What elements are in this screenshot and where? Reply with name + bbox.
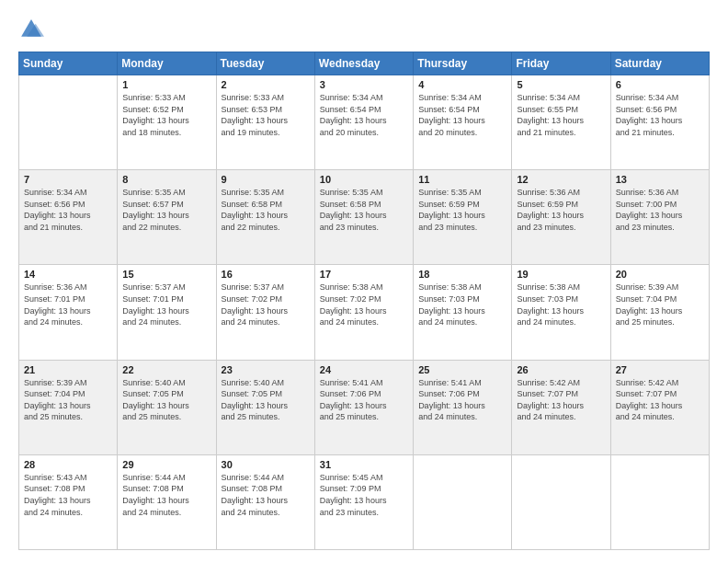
- day-info: Sunrise: 5:33 AM Sunset: 6:52 PM Dayligh…: [122, 92, 210, 138]
- col-header-thursday: Thursday: [414, 52, 512, 75]
- day-number: 1: [122, 79, 210, 90]
- calendar-cell: 16Sunrise: 5:37 AM Sunset: 7:02 PM Dayli…: [216, 265, 314, 360]
- calendar-cell: 6Sunrise: 5:34 AM Sunset: 6:56 PM Daylig…: [610, 75, 709, 170]
- calendar-cell: 24Sunrise: 5:41 AM Sunset: 7:06 PM Dayli…: [314, 360, 413, 454]
- day-info: Sunrise: 5:38 AM Sunset: 7:03 PM Dayligh…: [418, 282, 506, 327]
- day-info: Sunrise: 5:45 AM Sunset: 7:09 PM Dayligh…: [320, 472, 408, 518]
- day-info: Sunrise: 5:34 AM Sunset: 6:54 PM Dayligh…: [320, 92, 408, 138]
- day-number: 28: [24, 459, 112, 470]
- day-info: Sunrise: 5:36 AM Sunset: 6:59 PM Dayligh…: [517, 187, 605, 233]
- calendar-cell: 13Sunrise: 5:36 AM Sunset: 7:00 PM Dayli…: [610, 170, 709, 265]
- day-number: 20: [616, 269, 704, 280]
- calendar-cell: [512, 454, 610, 549]
- day-number: 3: [320, 79, 408, 90]
- day-number: 26: [517, 364, 605, 375]
- day-number: 8: [122, 174, 210, 185]
- col-header-saturday: Saturday: [610, 52, 709, 75]
- col-header-monday: Monday: [118, 52, 216, 75]
- logo: [18, 17, 48, 42]
- calendar-week-row: 14Sunrise: 5:36 AM Sunset: 7:01 PM Dayli…: [19, 265, 710, 360]
- day-info: Sunrise: 5:39 AM Sunset: 7:04 PM Dayligh…: [616, 282, 704, 327]
- calendar-cell: [610, 454, 709, 549]
- day-info: Sunrise: 5:44 AM Sunset: 7:08 PM Dayligh…: [122, 472, 210, 518]
- day-info: Sunrise: 5:34 AM Sunset: 6:56 PM Dayligh…: [24, 187, 112, 233]
- day-number: 24: [320, 364, 408, 375]
- day-number: 6: [616, 79, 704, 90]
- day-number: 13: [616, 174, 704, 185]
- header: [18, 17, 710, 42]
- calendar-cell: 12Sunrise: 5:36 AM Sunset: 6:59 PM Dayli…: [512, 170, 610, 265]
- day-info: Sunrise: 5:34 AM Sunset: 6:55 PM Dayligh…: [517, 92, 605, 138]
- day-info: Sunrise: 5:43 AM Sunset: 7:08 PM Dayligh…: [24, 472, 112, 518]
- calendar-cell: 26Sunrise: 5:42 AM Sunset: 7:07 PM Dayli…: [512, 360, 610, 454]
- day-info: Sunrise: 5:40 AM Sunset: 7:05 PM Dayligh…: [122, 377, 210, 423]
- calendar-week-row: 1Sunrise: 5:33 AM Sunset: 6:52 PM Daylig…: [19, 75, 710, 170]
- day-number: 10: [320, 174, 408, 185]
- day-number: 25: [418, 364, 506, 375]
- col-header-friday: Friday: [512, 52, 610, 75]
- day-info: Sunrise: 5:41 AM Sunset: 7:06 PM Dayligh…: [418, 377, 506, 423]
- day-info: Sunrise: 5:38 AM Sunset: 7:03 PM Dayligh…: [517, 282, 605, 327]
- day-info: Sunrise: 5:35 AM Sunset: 6:58 PM Dayligh…: [320, 187, 408, 233]
- day-number: 19: [517, 269, 605, 280]
- calendar-cell: 4Sunrise: 5:34 AM Sunset: 6:54 PM Daylig…: [414, 75, 512, 170]
- day-info: Sunrise: 5:36 AM Sunset: 7:00 PM Dayligh…: [616, 187, 704, 233]
- day-number: 4: [418, 79, 506, 90]
- day-info: Sunrise: 5:42 AM Sunset: 7:07 PM Dayligh…: [616, 377, 704, 423]
- calendar-cell: 1Sunrise: 5:33 AM Sunset: 6:52 PM Daylig…: [118, 75, 216, 170]
- calendar-cell: 5Sunrise: 5:34 AM Sunset: 6:55 PM Daylig…: [512, 75, 610, 170]
- day-number: 7: [24, 174, 112, 185]
- day-info: Sunrise: 5:42 AM Sunset: 7:07 PM Dayligh…: [517, 377, 605, 423]
- day-info: Sunrise: 5:44 AM Sunset: 7:08 PM Dayligh…: [222, 472, 310, 518]
- day-number: 29: [122, 459, 210, 470]
- calendar-cell: 20Sunrise: 5:39 AM Sunset: 7:04 PM Dayli…: [610, 265, 709, 360]
- calendar-cell: 17Sunrise: 5:38 AM Sunset: 7:02 PM Dayli…: [314, 265, 413, 360]
- day-number: 12: [517, 174, 605, 185]
- calendar-cell: 2Sunrise: 5:33 AM Sunset: 6:53 PM Daylig…: [216, 75, 314, 170]
- calendar-table: SundayMondayTuesdayWednesdayThursdayFrid…: [18, 52, 710, 550]
- calendar-cell: 11Sunrise: 5:35 AM Sunset: 6:59 PM Dayli…: [414, 170, 512, 265]
- day-number: 30: [222, 459, 310, 470]
- day-info: Sunrise: 5:37 AM Sunset: 7:01 PM Dayligh…: [122, 282, 210, 327]
- day-number: 9: [222, 174, 310, 185]
- day-info: Sunrise: 5:41 AM Sunset: 7:06 PM Dayligh…: [320, 377, 408, 423]
- day-info: Sunrise: 5:35 AM Sunset: 6:58 PM Dayligh…: [222, 187, 310, 233]
- calendar-week-row: 21Sunrise: 5:39 AM Sunset: 7:04 PM Dayli…: [19, 360, 710, 454]
- day-info: Sunrise: 5:39 AM Sunset: 7:04 PM Dayligh…: [24, 377, 112, 423]
- calendar-cell: 21Sunrise: 5:39 AM Sunset: 7:04 PM Dayli…: [19, 360, 118, 454]
- calendar-cell: 27Sunrise: 5:42 AM Sunset: 7:07 PM Dayli…: [610, 360, 709, 454]
- day-number: 27: [616, 364, 704, 375]
- calendar-cell: 15Sunrise: 5:37 AM Sunset: 7:01 PM Dayli…: [118, 265, 216, 360]
- day-number: 22: [122, 364, 210, 375]
- calendar-cell: 9Sunrise: 5:35 AM Sunset: 6:58 PM Daylig…: [216, 170, 314, 265]
- day-info: Sunrise: 5:35 AM Sunset: 6:59 PM Dayligh…: [418, 187, 506, 233]
- day-number: 14: [24, 269, 112, 280]
- calendar-cell: 18Sunrise: 5:38 AM Sunset: 7:03 PM Dayli…: [414, 265, 512, 360]
- day-info: Sunrise: 5:38 AM Sunset: 7:02 PM Dayligh…: [320, 282, 408, 327]
- calendar-cell: 28Sunrise: 5:43 AM Sunset: 7:08 PM Dayli…: [19, 454, 118, 549]
- day-number: 15: [122, 269, 210, 280]
- calendar-cell: 19Sunrise: 5:38 AM Sunset: 7:03 PM Dayli…: [512, 265, 610, 360]
- calendar-cell: 22Sunrise: 5:40 AM Sunset: 7:05 PM Dayli…: [118, 360, 216, 454]
- day-info: Sunrise: 5:34 AM Sunset: 6:54 PM Dayligh…: [418, 92, 506, 138]
- calendar-cell: [414, 454, 512, 549]
- day-number: 23: [222, 364, 310, 375]
- col-header-sunday: Sunday: [19, 52, 118, 75]
- calendar-cell: 14Sunrise: 5:36 AM Sunset: 7:01 PM Dayli…: [19, 265, 118, 360]
- day-number: 18: [418, 269, 506, 280]
- calendar-cell: 31Sunrise: 5:45 AM Sunset: 7:09 PM Dayli…: [314, 454, 413, 549]
- day-number: 5: [517, 79, 605, 90]
- calendar-cell: 30Sunrise: 5:44 AM Sunset: 7:08 PM Dayli…: [216, 454, 314, 549]
- page: SundayMondayTuesdayWednesdayThursdayFrid…: [0, 0, 728, 563]
- day-info: Sunrise: 5:36 AM Sunset: 7:01 PM Dayligh…: [24, 282, 112, 327]
- calendar-cell: 3Sunrise: 5:34 AM Sunset: 6:54 PM Daylig…: [314, 75, 413, 170]
- calendar-cell: 10Sunrise: 5:35 AM Sunset: 6:58 PM Dayli…: [314, 170, 413, 265]
- calendar-week-row: 28Sunrise: 5:43 AM Sunset: 7:08 PM Dayli…: [19, 454, 710, 549]
- day-number: 21: [24, 364, 112, 375]
- calendar-cell: 23Sunrise: 5:40 AM Sunset: 7:05 PM Dayli…: [216, 360, 314, 454]
- calendar-cell: 29Sunrise: 5:44 AM Sunset: 7:08 PM Dayli…: [118, 454, 216, 549]
- calendar-cell: 25Sunrise: 5:41 AM Sunset: 7:06 PM Dayli…: [414, 360, 512, 454]
- day-number: 17: [320, 269, 408, 280]
- day-info: Sunrise: 5:37 AM Sunset: 7:02 PM Dayligh…: [222, 282, 310, 327]
- day-info: Sunrise: 5:34 AM Sunset: 6:56 PM Dayligh…: [616, 92, 704, 138]
